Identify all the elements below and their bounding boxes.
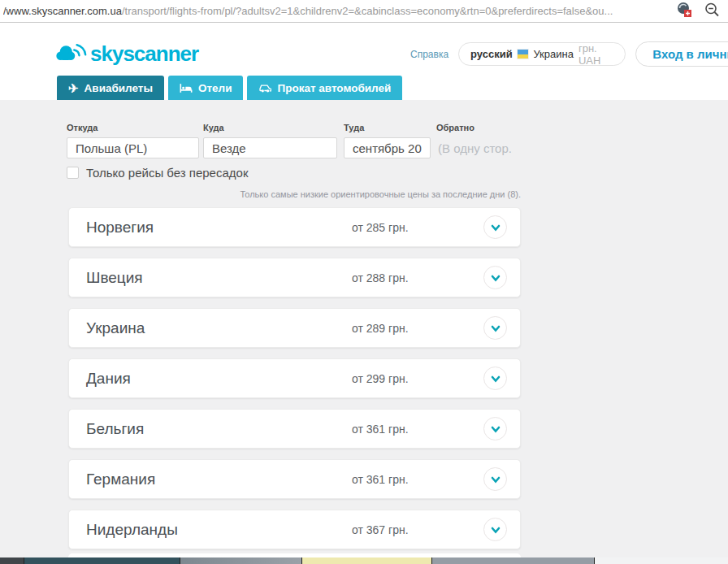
direct-flights-label: Только рейсы без пересадок	[86, 166, 248, 180]
locale-country: Украина	[533, 48, 574, 60]
chevron-down-icon	[489, 271, 502, 284]
site-header: skyscanner Справка русский Украина грн. …	[0, 24, 728, 100]
locale-selector-button[interactable]: русский Украина грн. UAH	[458, 42, 626, 66]
taskbar-segment[interactable]	[0, 557, 24, 564]
origin-label: Откуда	[67, 123, 199, 132]
direct-flights-checkbox[interactable]	[67, 167, 79, 179]
country-results-list: Норвегия от 285 грн. Швеция от 288 грн. …	[68, 207, 521, 549]
country-price: от 299 грн.	[352, 372, 409, 385]
tab-flights-label: Авиабилеты	[84, 82, 153, 94]
tab-hotels[interactable]: Отели	[168, 76, 244, 100]
expand-row-button[interactable]	[483, 467, 507, 491]
country-row-netherlands[interactable]: Нидерланды от 367 грн.	[68, 510, 521, 549]
country-price: от 361 грн.	[352, 473, 409, 486]
taskbar-segment[interactable]	[24, 557, 180, 564]
login-button[interactable]: Вход в личный кабинет	[635, 41, 728, 67]
country-price: от 361 грн.	[352, 423, 409, 436]
product-tabs: ✈ Авиабилеты Отели	[57, 76, 402, 100]
zoom-out-icon[interactable]	[704, 2, 720, 21]
country-name: Германия	[86, 471, 155, 488]
country-name: Швеция	[86, 269, 143, 287]
destination-label: Куда	[203, 123, 337, 132]
country-row-ukraine[interactable]: Украина от 289 грн.	[68, 308, 521, 348]
plane-icon: ✈	[68, 82, 79, 94]
country-price: от 289 грн.	[352, 322, 409, 335]
country-row-belgium[interactable]: Бельгия от 361 грн.	[68, 409, 521, 449]
country-name: Дания	[86, 370, 131, 388]
expand-row-button[interactable]	[483, 316, 507, 340]
main-content: Откуда Куда Туда Обратно Только рейсы бе…	[0, 100, 728, 557]
field-return-date: Обратно	[436, 123, 514, 158]
field-origin: Откуда	[67, 123, 199, 158]
country-name: Нидерланды	[86, 521, 178, 539]
car-icon	[258, 83, 271, 93]
expand-row-button[interactable]	[483, 518, 507, 541]
country-name: Украина	[86, 319, 145, 337]
country-row-sweden[interactable]: Швеция от 288 грн.	[68, 258, 521, 297]
taskbar-sliver	[0, 557, 728, 564]
taskbar-segment[interactable]	[302, 557, 432, 564]
browser-url-bar[interactable]: /www.skyscanner.com.ua/transport/flights…	[0, 0, 728, 23]
depart-date-label: Туда	[344, 123, 431, 132]
chevron-down-icon	[489, 423, 502, 436]
depart-date-input[interactable]	[344, 137, 431, 158]
country-name: Норвегия	[86, 219, 154, 236]
chevron-down-icon	[489, 372, 502, 385]
url-path: /transport/flights-from/pl/?adultsv2=1&c…	[122, 5, 613, 17]
tab-flights[interactable]: ✈ Авиабилеты	[57, 76, 164, 100]
return-date-label: Обратно	[436, 123, 514, 132]
chevron-down-icon	[489, 221, 502, 234]
prices-note: Только самые низкие ориентировочные цены…	[68, 189, 521, 199]
country-price: от 285 грн.	[352, 221, 409, 234]
skyscanner-logo[interactable]: skyscanner	[54, 38, 198, 66]
taskbar-segment[interactable]	[595, 557, 728, 564]
urlbar-icons	[676, 2, 720, 21]
country-row-germany[interactable]: Германия от 361 грн.	[68, 459, 521, 499]
expand-row-button[interactable]	[483, 215, 507, 239]
chevron-down-icon	[489, 322, 502, 335]
tab-car-hire[interactable]: Прокат автомобилей	[247, 76, 402, 100]
help-link[interactable]: Справка	[410, 49, 448, 60]
country-row-denmark[interactable]: Дания от 299 грн.	[68, 358, 521, 398]
locale-language: русский	[470, 48, 513, 60]
tab-car-hire-label: Прокат автомобилей	[277, 82, 391, 94]
header-right: Справка русский Украина грн. UAH Вход в …	[410, 41, 728, 67]
country-row-norway[interactable]: Норвегия от 285 грн.	[68, 207, 521, 247]
field-depart-date: Туда	[344, 123, 431, 158]
url-domain: /www.skyscanner.com.ua	[3, 5, 122, 17]
tab-hotels-label: Отели	[198, 82, 232, 94]
chevron-down-icon	[489, 473, 502, 486]
return-date-input[interactable]	[436, 137, 514, 158]
ukraine-flag-icon	[518, 50, 529, 59]
chevron-down-icon	[489, 523, 502, 536]
logo-wordmark: skyscanner	[90, 41, 198, 66]
taskbar-segment[interactable]	[180, 557, 302, 564]
country-name: Бельгия	[86, 420, 144, 438]
skyscanner-cloud-icon	[54, 38, 88, 66]
country-price: от 367 грн.	[352, 523, 409, 536]
locale-currency: грн. UAH	[578, 42, 613, 67]
expand-row-button[interactable]	[483, 367, 507, 390]
expand-row-button[interactable]	[483, 266, 507, 289]
browser-window: /www.skyscanner.com.ua/transport/flights…	[0, 0, 728, 564]
taskbar-segment[interactable]	[432, 557, 595, 564]
destination-input[interactable]	[203, 137, 337, 158]
url-text[interactable]: /www.skyscanner.com.ua/transport/flights…	[3, 5, 670, 17]
compatibility-badge-icon[interactable]	[676, 2, 692, 21]
bed-icon	[180, 83, 193, 93]
direct-flights-row: Только рейсы без пересадок	[67, 166, 248, 180]
field-destination: Куда	[203, 123, 337, 158]
login-button-label: Вход в личный кабинет	[652, 47, 728, 61]
country-price: от 288 грн.	[352, 271, 409, 284]
expand-row-button[interactable]	[483, 417, 507, 440]
origin-input[interactable]	[67, 137, 199, 158]
